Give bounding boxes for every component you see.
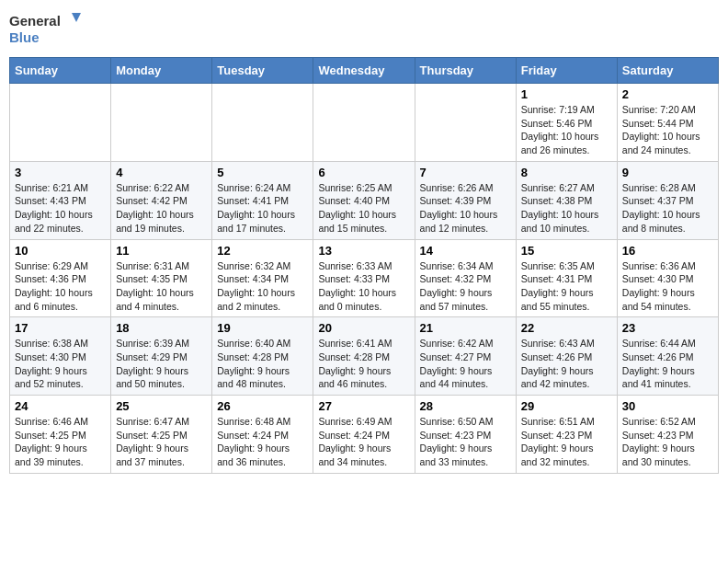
calendar-cell: 9Sunrise: 6:28 AMSunset: 4:37 PMDaylight… — [617, 161, 718, 239]
day-number: 8 — [521, 166, 612, 179]
day-number: 18 — [116, 321, 207, 335]
day-info: Sunrise: 6:31 AMSunset: 4:35 PMDaylight:… — [116, 259, 207, 314]
day-number: 16 — [622, 244, 713, 258]
calendar-cell: 30Sunrise: 6:52 AMSunset: 4:23 PMDayligh… — [617, 396, 718, 474]
day-number: 19 — [217, 321, 308, 335]
day-number: 9 — [622, 166, 713, 179]
day-info: Sunrise: 6:49 AMSunset: 4:24 PMDaylight:… — [318, 415, 409, 469]
day-number: 17 — [15, 321, 106, 335]
day-number: 23 — [622, 321, 713, 335]
calendar-cell — [212, 84, 313, 162]
calendar-cell — [111, 84, 212, 162]
calendar-cell: 6Sunrise: 6:25 AMSunset: 4:40 PMDaylight… — [313, 161, 415, 239]
calendar-cell — [415, 84, 516, 162]
day-number: 20 — [318, 321, 409, 335]
calendar-cell: 18Sunrise: 6:39 AMSunset: 4:29 PMDayligh… — [111, 317, 212, 396]
calendar-cell: 22Sunrise: 6:43 AMSunset: 4:26 PMDayligh… — [516, 317, 617, 396]
day-info: Sunrise: 6:40 AMSunset: 4:28 PMDaylight:… — [217, 337, 308, 391]
day-number: 24 — [15, 399, 106, 413]
calendar-week-row: 1Sunrise: 7:19 AMSunset: 5:46 PMDaylight… — [10, 84, 719, 162]
calendar-week-row: 3Sunrise: 6:21 AMSunset: 4:43 PMDaylight… — [10, 161, 719, 239]
day-info: Sunrise: 6:33 AMSunset: 4:33 PMDaylight:… — [318, 259, 409, 314]
calendar-cell: 2Sunrise: 7:20 AMSunset: 5:44 PMDaylight… — [617, 84, 718, 162]
day-number: 22 — [521, 321, 612, 335]
day-info: Sunrise: 6:52 AMSunset: 4:23 PMDaylight:… — [622, 415, 713, 469]
calendar-cell: 23Sunrise: 6:44 AMSunset: 4:26 PMDayligh… — [617, 317, 718, 396]
day-number: 3 — [15, 166, 106, 179]
calendar-cell — [10, 84, 111, 162]
calendar-cell: 1Sunrise: 7:19 AMSunset: 5:46 PMDaylight… — [516, 84, 617, 162]
calendar-cell: 3Sunrise: 6:21 AMSunset: 4:43 PMDaylight… — [10, 161, 111, 239]
day-number: 11 — [116, 244, 207, 258]
calendar-cell: 11Sunrise: 6:31 AMSunset: 4:35 PMDayligh… — [111, 239, 212, 317]
day-info: Sunrise: 6:34 AMSunset: 4:32 PMDaylight:… — [420, 259, 511, 314]
calendar-cell: 21Sunrise: 6:42 AMSunset: 4:27 PMDayligh… — [415, 317, 516, 396]
day-info: Sunrise: 6:28 AMSunset: 4:37 PMDaylight:… — [622, 181, 713, 236]
day-info: Sunrise: 6:48 AMSunset: 4:24 PMDaylight:… — [217, 415, 308, 469]
svg-text:General: General — [9, 13, 61, 29]
calendar-cell: 10Sunrise: 6:29 AMSunset: 4:36 PMDayligh… — [10, 239, 111, 317]
day-number: 10 — [15, 244, 106, 258]
day-number: 27 — [318, 399, 409, 413]
calendar-header-tuesday: Tuesday — [212, 58, 313, 84]
calendar-cell: 25Sunrise: 6:47 AMSunset: 4:25 PMDayligh… — [111, 396, 212, 474]
day-number: 21 — [420, 321, 511, 335]
day-info: Sunrise: 6:29 AMSunset: 4:36 PMDaylight:… — [15, 259, 106, 314]
day-number: 6 — [318, 166, 409, 179]
calendar-cell: 17Sunrise: 6:38 AMSunset: 4:30 PMDayligh… — [10, 317, 111, 396]
calendar: SundayMondayTuesdayWednesdayThursdayFrid… — [9, 57, 719, 474]
calendar-cell: 27Sunrise: 6:49 AMSunset: 4:24 PMDayligh… — [313, 396, 415, 474]
calendar-week-row: 17Sunrise: 6:38 AMSunset: 4:30 PMDayligh… — [10, 317, 719, 396]
day-info: Sunrise: 6:35 AMSunset: 4:31 PMDaylight:… — [521, 259, 612, 314]
calendar-cell: 8Sunrise: 6:27 AMSunset: 4:38 PMDaylight… — [516, 161, 617, 239]
day-number: 29 — [521, 399, 612, 413]
calendar-cell: 29Sunrise: 6:51 AMSunset: 4:23 PMDayligh… — [516, 396, 617, 474]
day-number: 14 — [420, 244, 511, 258]
calendar-cell — [313, 84, 415, 162]
calendar-cell: 15Sunrise: 6:35 AMSunset: 4:31 PMDayligh… — [516, 239, 617, 317]
logo-svg: General Blue — [9, 9, 83, 50]
calendar-cell: 16Sunrise: 6:36 AMSunset: 4:30 PMDayligh… — [617, 239, 718, 317]
day-number: 7 — [420, 166, 511, 179]
calendar-cell: 5Sunrise: 6:24 AMSunset: 4:41 PMDaylight… — [212, 161, 313, 239]
day-info: Sunrise: 6:44 AMSunset: 4:26 PMDaylight:… — [622, 337, 713, 391]
calendar-cell: 19Sunrise: 6:40 AMSunset: 4:28 PMDayligh… — [212, 317, 313, 396]
calendar-header-friday: Friday — [516, 58, 617, 84]
day-info: Sunrise: 6:27 AMSunset: 4:38 PMDaylight:… — [521, 181, 612, 236]
calendar-header-thursday: Thursday — [415, 58, 516, 84]
calendar-cell: 28Sunrise: 6:50 AMSunset: 4:23 PMDayligh… — [415, 396, 516, 474]
day-number: 26 — [217, 399, 308, 413]
day-number: 15 — [521, 244, 612, 258]
day-info: Sunrise: 6:32 AMSunset: 4:34 PMDaylight:… — [217, 259, 308, 314]
calendar-cell: 26Sunrise: 6:48 AMSunset: 4:24 PMDayligh… — [212, 396, 313, 474]
day-info: Sunrise: 7:20 AMSunset: 5:44 PMDaylight:… — [622, 103, 713, 157]
day-info: Sunrise: 6:22 AMSunset: 4:42 PMDaylight:… — [116, 181, 207, 236]
calendar-header-sunday: Sunday — [10, 58, 111, 84]
calendar-week-row: 10Sunrise: 6:29 AMSunset: 4:36 PMDayligh… — [10, 239, 719, 317]
day-info: Sunrise: 6:25 AMSunset: 4:40 PMDaylight:… — [318, 181, 409, 236]
calendar-week-row: 24Sunrise: 6:46 AMSunset: 4:25 PMDayligh… — [10, 396, 719, 474]
day-info: Sunrise: 6:50 AMSunset: 4:23 PMDaylight:… — [420, 415, 511, 469]
day-number: 2 — [622, 87, 713, 101]
calendar-header-wednesday: Wednesday — [313, 58, 415, 84]
day-number: 30 — [622, 399, 713, 413]
day-info: Sunrise: 6:38 AMSunset: 4:30 PMDaylight:… — [15, 337, 106, 391]
day-info: Sunrise: 6:47 AMSunset: 4:25 PMDaylight:… — [116, 415, 207, 469]
day-info: Sunrise: 7:19 AMSunset: 5:46 PMDaylight:… — [521, 103, 612, 157]
day-number: 12 — [217, 244, 308, 258]
calendar-cell: 14Sunrise: 6:34 AMSunset: 4:32 PMDayligh… — [415, 239, 516, 317]
calendar-cell: 20Sunrise: 6:41 AMSunset: 4:28 PMDayligh… — [313, 317, 415, 396]
day-info: Sunrise: 6:43 AMSunset: 4:26 PMDaylight:… — [521, 337, 612, 391]
calendar-header-monday: Monday — [111, 58, 212, 84]
day-info: Sunrise: 6:51 AMSunset: 4:23 PMDaylight:… — [521, 415, 612, 469]
day-info: Sunrise: 6:26 AMSunset: 4:39 PMDaylight:… — [420, 181, 511, 236]
calendar-cell: 24Sunrise: 6:46 AMSunset: 4:25 PMDayligh… — [10, 396, 111, 474]
svg-text:Blue: Blue — [9, 29, 40, 45]
day-number: 13 — [318, 244, 409, 258]
day-number: 4 — [116, 166, 207, 179]
day-info: Sunrise: 6:36 AMSunset: 4:30 PMDaylight:… — [622, 259, 713, 314]
calendar-header-row: SundayMondayTuesdayWednesdayThursdayFrid… — [10, 58, 719, 84]
calendar-cell: 12Sunrise: 6:32 AMSunset: 4:34 PMDayligh… — [212, 239, 313, 317]
logo: General Blue — [9, 9, 83, 50]
day-number: 5 — [217, 166, 308, 179]
